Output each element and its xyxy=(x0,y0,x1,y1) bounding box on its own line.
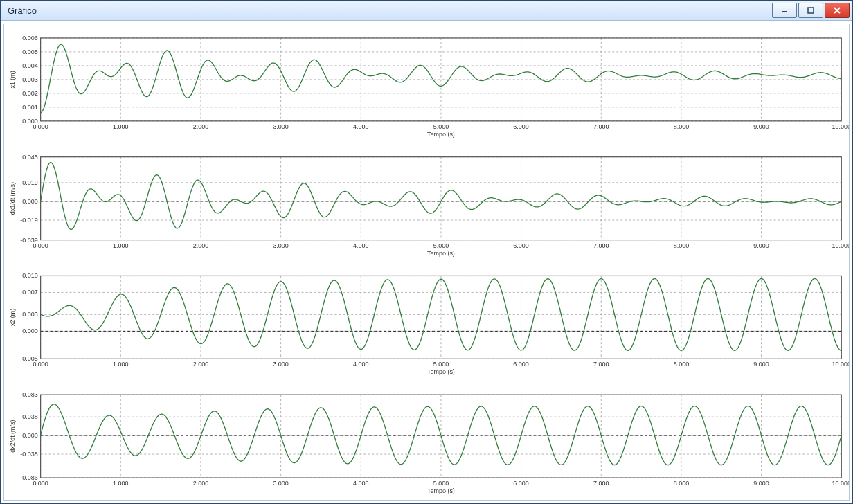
svg-text:4.000: 4.000 xyxy=(353,123,368,130)
chart-panel-0: 0.0001.0002.0003.0004.0005.0006.0007.000… xyxy=(9,35,849,138)
svg-text:10.000: 10.000 xyxy=(832,242,849,249)
x-axis-label: Tempo (s) xyxy=(427,368,455,375)
svg-text:5.000: 5.000 xyxy=(433,242,449,249)
svg-text:0.010: 0.010 xyxy=(22,272,37,279)
svg-text:0.003: 0.003 xyxy=(22,311,37,318)
svg-text:0.006: 0.006 xyxy=(22,35,37,42)
chart-panel-1: 0.0001.0002.0003.0004.0005.0006.0007.000… xyxy=(9,154,849,257)
svg-text:10.000: 10.000 xyxy=(832,123,849,130)
svg-text:1.000: 1.000 xyxy=(113,123,128,130)
svg-text:1.000: 1.000 xyxy=(113,361,128,368)
svg-text:8.000: 8.000 xyxy=(674,242,689,249)
minimize-button[interactable] xyxy=(772,3,797,18)
svg-text:4.000: 4.000 xyxy=(353,242,368,249)
svg-text:4.000: 4.000 xyxy=(353,480,368,487)
svg-text:0.038: 0.038 xyxy=(22,413,37,420)
svg-text:0.000: 0.000 xyxy=(22,198,37,205)
svg-text:9.000: 9.000 xyxy=(753,123,769,130)
svg-text:6.000: 6.000 xyxy=(513,242,528,249)
svg-text:2.000: 2.000 xyxy=(193,123,208,130)
svg-text:0.003: 0.003 xyxy=(22,76,37,83)
y-axis-label: x2 (m) xyxy=(9,309,16,326)
svg-text:0.001: 0.001 xyxy=(22,104,37,111)
svg-text:0.004: 0.004 xyxy=(22,62,37,69)
svg-text:0.000: 0.000 xyxy=(22,327,37,334)
svg-text:10.000: 10.000 xyxy=(832,361,849,368)
svg-text:9.000: 9.000 xyxy=(753,361,769,368)
svg-text:8.000: 8.000 xyxy=(674,480,689,487)
maximize-button[interactable] xyxy=(798,3,823,18)
svg-text:9.000: 9.000 xyxy=(753,480,769,487)
y-axis-label: x1 (m) xyxy=(9,71,16,88)
titlebar[interactable]: Gráfico xyxy=(1,1,852,21)
svg-text:2.000: 2.000 xyxy=(193,242,208,249)
svg-text:6.000: 6.000 xyxy=(513,480,528,487)
svg-text:3.000: 3.000 xyxy=(273,242,288,249)
x-axis-label: Tempo (s) xyxy=(427,250,455,257)
svg-text:1.000: 1.000 xyxy=(113,242,128,249)
chart-panel-3: 0.0001.0002.0003.0004.0005.0006.0007.000… xyxy=(9,391,849,494)
svg-text:0.000: 0.000 xyxy=(22,432,37,439)
svg-text:7.000: 7.000 xyxy=(593,242,609,249)
svg-text:0.045: 0.045 xyxy=(22,154,37,161)
svg-text:0.005: 0.005 xyxy=(22,48,37,55)
svg-text:0.083: 0.083 xyxy=(22,391,37,398)
svg-text:1.000: 1.000 xyxy=(113,480,128,487)
svg-text:0.007: 0.007 xyxy=(22,289,37,296)
chart-panel-2: 0.0001.0002.0003.0004.0005.0006.0007.000… xyxy=(9,272,849,375)
x-axis-label: Tempo (s) xyxy=(427,131,455,138)
svg-text:8.000: 8.000 xyxy=(674,123,689,130)
svg-text:5.000: 5.000 xyxy=(433,480,449,487)
svg-text:4.000: 4.000 xyxy=(353,361,368,368)
svg-text:0.019: 0.019 xyxy=(22,179,37,186)
svg-text:2.000: 2.000 xyxy=(193,361,208,368)
svg-rect-1 xyxy=(808,8,814,13)
y-axis-label: dx1/dt (m/s) xyxy=(9,182,16,215)
svg-text:-0.039: -0.039 xyxy=(20,237,37,244)
svg-text:3.000: 3.000 xyxy=(273,123,288,130)
svg-text:7.000: 7.000 xyxy=(593,480,609,487)
window-buttons xyxy=(772,3,850,18)
svg-text:5.000: 5.000 xyxy=(433,123,449,130)
svg-text:7.000: 7.000 xyxy=(593,123,609,130)
svg-text:3.000: 3.000 xyxy=(273,480,288,487)
svg-text:0.002: 0.002 xyxy=(22,90,37,97)
svg-text:8.000: 8.000 xyxy=(674,361,689,368)
svg-text:0.000: 0.000 xyxy=(22,118,37,125)
y-axis-label: dx2/dt (m/s) xyxy=(9,420,16,452)
x-axis-label: Tempo (s) xyxy=(427,487,455,494)
svg-text:-0.038: -0.038 xyxy=(20,451,37,458)
app-window: Gráfico 0.0001.0002.0003.0004.0005.0006.… xyxy=(0,0,853,504)
svg-text:-0.086: -0.086 xyxy=(20,474,37,481)
charts-root: 0.0001.0002.0003.0004.0005.0006.0007.000… xyxy=(4,24,849,500)
svg-text:6.000: 6.000 xyxy=(513,123,528,130)
svg-text:-0.005: -0.005 xyxy=(20,355,37,362)
svg-text:5.000: 5.000 xyxy=(433,361,449,368)
svg-text:9.000: 9.000 xyxy=(753,242,769,249)
svg-text:10.000: 10.000 xyxy=(832,480,849,487)
svg-text:-0.019: -0.019 xyxy=(20,217,37,224)
plot-area: 0.0001.0002.0003.0004.0005.0006.0007.000… xyxy=(3,24,850,501)
svg-text:3.000: 3.000 xyxy=(273,361,288,368)
window-title: Gráfico xyxy=(3,6,772,16)
svg-text:6.000: 6.000 xyxy=(513,361,528,368)
svg-text:2.000: 2.000 xyxy=(193,480,208,487)
close-button[interactable] xyxy=(825,3,850,18)
svg-text:7.000: 7.000 xyxy=(593,361,609,368)
